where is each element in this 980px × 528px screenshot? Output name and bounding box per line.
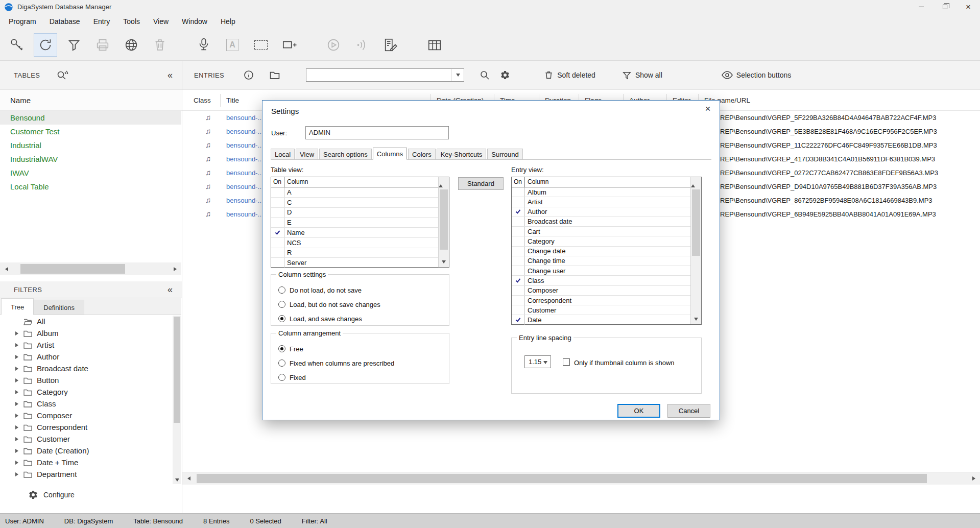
menu-help[interactable]: Help: [214, 14, 242, 29]
radio-option[interactable]: Load, but do not save changes: [271, 297, 449, 311]
tables-horizontal-scrollbar[interactable]: [0, 262, 181, 275]
caret-icon[interactable]: [15, 472, 18, 476]
list-row[interactable]: A: [271, 187, 438, 198]
caret-icon[interactable]: [15, 437, 18, 441]
user-input[interactable]: ADMIN: [305, 126, 449, 139]
tab-colors[interactable]: Colors: [408, 149, 436, 159]
check-cell[interactable]: [512, 256, 525, 266]
scrollbar-thumb[interactable]: [20, 264, 125, 274]
add-audio-button[interactable]: [192, 33, 216, 57]
refresh-button[interactable]: [34, 33, 57, 57]
text-tool-button[interactable]: A: [221, 33, 244, 57]
thumbnail-only-label[interactable]: Only if thumbnail column is shown: [574, 359, 675, 367]
collapse-filters-icon[interactable]: «: [168, 284, 173, 295]
caret-icon[interactable]: [15, 461, 18, 465]
list-row[interactable]: D: [271, 208, 438, 218]
line-spacing-select[interactable]: 1.15: [524, 355, 551, 368]
folder-icon[interactable]: [269, 70, 280, 80]
list-vertical-scrollbar[interactable]: [438, 177, 449, 267]
scrollbar-thumb[interactable]: [174, 317, 180, 423]
tree-item-correspondent[interactable]: Correspondent: [0, 421, 173, 433]
list-row[interactable]: Artist: [512, 197, 690, 207]
entry-title-link[interactable]: bensound-...: [226, 183, 263, 190]
thumbnail-only-checkbox[interactable]: [563, 358, 570, 366]
table-columns-button[interactable]: [423, 33, 446, 57]
web-button[interactable]: [119, 33, 143, 57]
scroll-up-icon[interactable]: [691, 177, 701, 187]
radio-button[interactable]: [278, 286, 285, 294]
caret-icon[interactable]: [15, 414, 18, 418]
gear-icon[interactable]: [500, 70, 510, 80]
caret-icon[interactable]: [15, 343, 18, 347]
scroll-down-icon[interactable]: [173, 475, 181, 484]
radio-button[interactable]: [278, 345, 285, 352]
check-cell[interactable]: [271, 258, 284, 268]
list-row[interactable]: Date: [512, 315, 690, 325]
check-cell[interactable]: [512, 227, 525, 236]
chevron-down-icon[interactable]: [451, 69, 464, 81]
caret-icon[interactable]: [15, 355, 18, 359]
tree-item-customer[interactable]: Customer: [0, 433, 173, 445]
table-item-local-table[interactable]: Local Table: [0, 180, 181, 194]
list-row[interactable]: E: [271, 218, 438, 228]
ok-button[interactable]: OK: [617, 404, 660, 418]
check-cell[interactable]: [512, 305, 525, 315]
info-icon[interactable]: [244, 70, 254, 80]
list-row[interactable]: Author: [512, 207, 690, 217]
radio-option[interactable]: Do not load, do not save: [271, 283, 449, 297]
selection-tool-button[interactable]: [249, 33, 273, 57]
tree-item-button[interactable]: Button: [0, 374, 173, 386]
check-cell[interactable]: [271, 218, 284, 227]
entry-title-link[interactable]: bensound-...: [226, 128, 263, 135]
list-row[interactable]: Class: [512, 276, 690, 285]
scroll-left-icon[interactable]: [0, 262, 13, 275]
filters-vertical-scrollbar[interactable]: [173, 316, 181, 484]
collapse-tables-icon[interactable]: «: [168, 70, 173, 81]
selection-buttons-label[interactable]: Selection buttons: [736, 71, 791, 79]
soft-deleted-label[interactable]: Soft deleted: [557, 71, 595, 79]
tables-column-header[interactable]: Name: [0, 90, 182, 111]
list-row[interactable]: Customer: [512, 305, 690, 315]
menu-view[interactable]: View: [147, 14, 175, 29]
tab-tree[interactable]: Tree: [1, 298, 34, 315]
tree-item-all[interactable]: All: [0, 316, 173, 327]
list-vertical-scrollbar[interactable]: [690, 177, 701, 324]
scrollbar-thumb[interactable]: [440, 189, 448, 250]
close-button[interactable]: ×: [957, 0, 980, 14]
connect-button[interactable]: [5, 33, 29, 57]
menu-window[interactable]: Window: [175, 14, 214, 29]
list-row[interactable]: Category: [512, 236, 690, 246]
radio-option[interactable]: Free: [271, 342, 449, 356]
tab-surround[interactable]: Surround: [487, 149, 522, 159]
tree-item-date-creation[interactable]: Date (Creation): [0, 445, 173, 457]
check-cell[interactable]: [512, 197, 525, 206]
scroll-right-icon[interactable]: [169, 262, 181, 275]
tab-definitions[interactable]: Definitions: [34, 300, 84, 315]
list-row[interactable]: Server: [271, 258, 438, 268]
tab-search-options[interactable]: Search options: [319, 149, 372, 159]
check-cell[interactable]: [512, 266, 525, 275]
table-item-bensound[interactable]: Bensound: [0, 111, 181, 125]
list-row[interactable]: Correspondent: [512, 296, 690, 305]
tree-item-broadcast-date[interactable]: Broadcast date: [0, 363, 173, 374]
list-row[interactable]: Album: [512, 187, 690, 197]
check-cell[interactable]: [512, 315, 525, 324]
list-row[interactable]: Broadcast date: [512, 217, 690, 227]
entry-title-link[interactable]: bensound-...: [226, 169, 263, 177]
play-button[interactable]: [322, 33, 345, 57]
list-row[interactable]: Change time: [512, 256, 690, 266]
print-button[interactable]: [91, 33, 114, 57]
radio-option[interactable]: Fixed: [271, 370, 449, 385]
tree-item-artist[interactable]: Artist: [0, 339, 173, 351]
check-cell[interactable]: [512, 187, 525, 197]
entry-title-link[interactable]: bensound-...: [226, 197, 263, 204]
radio-button[interactable]: [278, 315, 285, 322]
check-cell[interactable]: [512, 207, 525, 217]
caret-icon[interactable]: [15, 425, 18, 429]
entry-title-link[interactable]: bensound-...: [226, 155, 263, 163]
entry-title-link[interactable]: bensound-...: [226, 114, 263, 122]
caret-icon[interactable]: [15, 390, 18, 394]
configure-button[interactable]: Configure: [28, 490, 75, 500]
check-cell[interactable]: [512, 286, 525, 295]
tab-local[interactable]: Local: [271, 149, 295, 159]
